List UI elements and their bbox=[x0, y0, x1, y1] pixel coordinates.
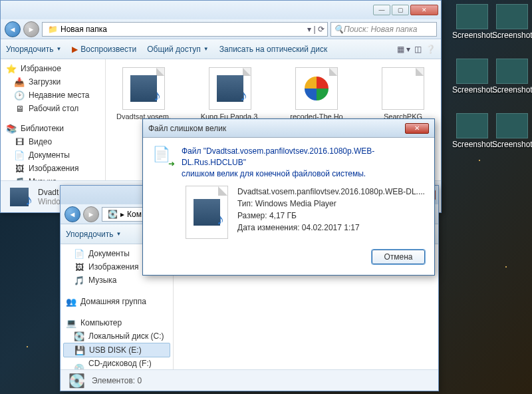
pictures-icon: 🖼 bbox=[14, 163, 25, 174]
favorites-group[interactable]: ⭐Избранное bbox=[1, 62, 105, 75]
documents-icon: 📄 bbox=[74, 248, 84, 259]
detail-filetype: Windo bbox=[38, 197, 61, 206]
file-move-icon bbox=[152, 146, 174, 167]
file-item[interactable]: Dvadtsat.vosem. bbox=[114, 67, 174, 121]
homegroup-icon: 👥 bbox=[66, 296, 76, 307]
documents-icon: 📄 bbox=[14, 150, 25, 160]
sidebar-localdisk[interactable]: 💽Локальный диск (C:) bbox=[61, 329, 173, 343]
sidebar-videos[interactable]: 🎞Видео bbox=[1, 135, 105, 148]
drive-icon: 💽 bbox=[68, 373, 85, 389]
music-icon: 🎵 bbox=[74, 275, 84, 286]
status-bar: 💽 Элементов: 0 bbox=[61, 369, 438, 391]
close-button[interactable]: ✕ bbox=[405, 123, 429, 134]
desktop-icon: 🖥 bbox=[14, 103, 25, 114]
desktop-shortcut[interactable]: Screenshot... bbox=[452, 59, 492, 95]
computer-icon: 💻 bbox=[66, 317, 76, 328]
dialog-title[interactable]: Файл слишком велик ✕ bbox=[143, 119, 434, 138]
breadcrumb[interactable]: 📁Новая папка ▾ | ⟳ bbox=[42, 22, 328, 37]
detail-filename: Dvadt bbox=[38, 188, 61, 197]
sidebar-pictures[interactable]: 🖼Изображения bbox=[1, 162, 105, 175]
video-icon: 🎞 bbox=[14, 136, 25, 147]
libraries-icon: 📚 bbox=[6, 123, 17, 134]
forward-button[interactable]: ► bbox=[83, 206, 99, 222]
play-button[interactable]: ▶Воспроизвести bbox=[72, 45, 136, 54]
maximize-button[interactable]: ▢ bbox=[392, 5, 409, 15]
status-text: Элементов: 0 bbox=[92, 376, 142, 385]
desktop-shortcut[interactable]: Screenshot... bbox=[452, 113, 492, 149]
desktop-shortcut[interactable]: Screenshot... bbox=[492, 4, 532, 40]
back-button[interactable]: ◄ bbox=[65, 206, 80, 222]
desktop-shortcut[interactable]: Screenshot... bbox=[492, 59, 532, 95]
sidebar-downloads[interactable]: 📥Загрузки bbox=[1, 75, 105, 89]
file-thumbnail bbox=[186, 186, 228, 239]
sidebar-recent[interactable]: 🕑Недавние места bbox=[1, 89, 105, 102]
sidebar-documents[interactable]: 📄Документы bbox=[1, 148, 105, 162]
desktop-shortcut[interactable]: Screenshot... bbox=[452, 4, 492, 40]
view-icon[interactable]: ▦ ▾ bbox=[397, 45, 410, 54]
sidebar-usbdisk[interactable]: 💾USB DISK (E:) bbox=[63, 343, 170, 357]
desktop-shortcut[interactable]: Screenshot... bbox=[492, 113, 532, 149]
disk-icon: 💽 bbox=[74, 331, 84, 341]
drive-icon: 💽 bbox=[108, 210, 118, 219]
folder-icon: 📁 bbox=[48, 25, 58, 34]
preview-pane-icon[interactable]: ◫ bbox=[414, 45, 422, 54]
downloads-icon: 📥 bbox=[14, 77, 25, 87]
file-item[interactable]: recoded-The.Ho bbox=[287, 67, 346, 121]
computer-group[interactable]: 💻Компьютер bbox=[61, 316, 173, 329]
organize-menu[interactable]: Упорядочить▼ bbox=[6, 45, 61, 54]
cancel-button[interactable]: Отмена bbox=[372, 250, 425, 264]
file-info: Dvadtsat.vosem.panfilovtsev.2016.1080p.W… bbox=[237, 186, 425, 239]
toolbar: Упорядочить▼ ▶Воспроизвести Общий доступ… bbox=[1, 39, 441, 59]
close-button[interactable]: ✕ bbox=[410, 5, 438, 15]
dialog-message: Файл "Dvadtsat.vosem.panfilovtsev.2016.1… bbox=[182, 146, 425, 179]
help-icon[interactable]: ❔ bbox=[426, 45, 436, 54]
search-input[interactable]: 🔍 Поиск: Новая папка bbox=[331, 22, 437, 37]
star-icon: ⭐ bbox=[6, 63, 17, 74]
titlebar[interactable]: ― ▢ ✕ bbox=[1, 1, 441, 19]
minimize-button[interactable]: ― bbox=[373, 5, 390, 15]
sidebar-desktop[interactable]: 🖥Рабочий стол bbox=[1, 102, 105, 115]
pictures-icon: 🖼 bbox=[74, 262, 84, 272]
usb-icon: 💾 bbox=[74, 345, 85, 355]
share-menu[interactable]: Общий доступ▼ bbox=[147, 45, 209, 54]
file-item[interactable]: Kung.Fu.Panda.3. bbox=[200, 67, 260, 121]
forward-button[interactable]: ► bbox=[23, 21, 39, 37]
error-dialog: Файл слишком велик ✕ Файл "Dvadtsat.vose… bbox=[142, 118, 435, 276]
homegroup[interactable]: 👥Домашняя группа bbox=[61, 295, 173, 308]
address-bar: ◄ ► 📁Новая папка ▾ | ⟳ 🔍 Поиск: Новая па… bbox=[1, 19, 441, 39]
recent-icon: 🕑 bbox=[14, 90, 25, 100]
organize-menu[interactable]: Упорядочить▼ bbox=[66, 230, 121, 239]
burn-button[interactable]: Записать на оптический диск bbox=[219, 45, 328, 54]
file-item[interactable]: SearchPKG bbox=[373, 67, 433, 121]
libraries-group[interactable]: 📚Библиотеки bbox=[1, 122, 105, 135]
back-button[interactable]: ◄ bbox=[5, 21, 21, 37]
